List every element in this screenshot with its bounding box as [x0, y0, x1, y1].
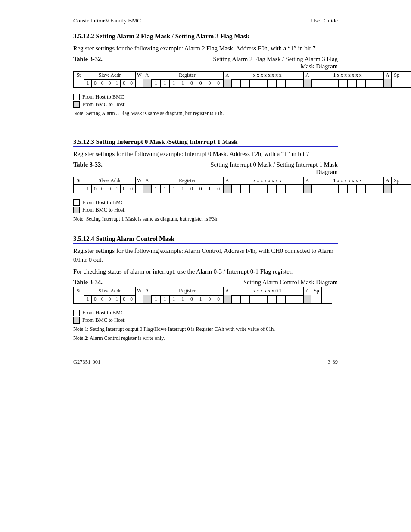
cell-sp: Sp — [392, 177, 402, 185]
bit — [258, 80, 268, 87]
bit: 1 — [160, 185, 169, 193]
bit: 1 — [84, 80, 92, 87]
bit-cell-shaded — [384, 185, 392, 193]
bit: 0 — [128, 185, 135, 193]
bit — [285, 185, 294, 193]
legend-3: From Host to BMC From BMC to Host — [73, 310, 338, 324]
bit-cell-shaded — [143, 79, 151, 88]
bit: 0 — [106, 185, 113, 193]
bit-cell — [74, 185, 84, 193]
bit — [285, 80, 294, 87]
header-right: User Guide — [311, 17, 338, 24]
cell-st: St — [74, 72, 84, 79]
bit: 0 — [121, 185, 128, 193]
bit — [294, 80, 303, 87]
cell-ack4: A — [384, 177, 392, 185]
bit: 1 — [169, 185, 178, 193]
bit-cell: 1 1 1 1 0 0 0 0 — [151, 79, 224, 88]
bit-cell — [231, 79, 304, 88]
bit — [356, 185, 365, 193]
bit: 0 — [128, 80, 135, 87]
bit — [258, 185, 268, 193]
diagram-1-row1: St Slave Addr W A Register A x x x x x x… — [74, 72, 411, 79]
bit-cell — [311, 79, 384, 88]
bit — [294, 185, 303, 193]
bit-cell: 1 0 0 0 1 0 0 — [84, 79, 136, 88]
section-2-note: Note: Setting Interrupt 1 Mask is same a… — [73, 216, 338, 222]
bit: 1 — [169, 80, 178, 87]
legend-bmc-label: From BMC to Host — [82, 101, 125, 108]
bit-cell — [392, 185, 402, 193]
section-3-title: 3.5.12.4 Setting Alarm Control Mask — [73, 235, 338, 244]
legend-host-swatch — [73, 199, 80, 206]
bit: 1 — [84, 185, 92, 193]
bit — [312, 185, 321, 193]
bit: 0 — [187, 185, 196, 193]
bit-cell — [402, 185, 411, 193]
section-3-note2: Note 2: Alarm Control register is write … — [73, 335, 338, 342]
bit: 1 — [152, 185, 161, 193]
bit — [232, 296, 241, 303]
diagram-1-row2: 1 0 0 0 1 0 0 1 1 1 1 0 0 0 0 — [74, 79, 411, 88]
bit-cell-shaded — [304, 185, 311, 193]
bit: 0 — [99, 80, 106, 87]
bit: 1 — [113, 185, 121, 193]
bit: 1 — [169, 296, 178, 303]
section-2-intro: Register settings for the following exam… — [73, 149, 338, 159]
legend-host-swatch — [73, 94, 80, 100]
table-1-title: Setting Alarm 2 Flag Mask / Setting Alar… — [206, 56, 338, 70]
bit-cell — [231, 295, 304, 304]
table-3-title: Setting Alarm Control Mask Diagram — [206, 279, 338, 286]
cell-register: Register — [151, 287, 224, 295]
bit: 0 — [99, 296, 106, 303]
bit-cell — [311, 295, 322, 304]
bit — [249, 185, 258, 193]
bit — [339, 185, 348, 193]
cell-rw: W — [136, 177, 143, 185]
legend-bmc-label: From BMC to Host — [82, 317, 125, 324]
diagram-1: St Slave Addr W A Register A x x x x x x… — [73, 71, 411, 88]
footer-left: G27351-001 — [73, 359, 100, 365]
bit: 0 — [187, 80, 196, 87]
bit — [348, 80, 357, 87]
section-3-note1: Note 1: Setting Interrupt output 0 Flag/… — [73, 326, 338, 333]
bit: 1 — [178, 296, 187, 303]
bit: 0 — [128, 296, 135, 303]
bit: 0 — [121, 80, 128, 87]
bit-cell — [136, 79, 143, 88]
bit-cell — [74, 295, 84, 304]
bit: 1 — [160, 80, 169, 87]
legend-host-swatch — [73, 310, 80, 316]
section-1-note: Note: Setting Alarm 3 Flag Mask is same … — [73, 110, 338, 117]
bit — [294, 296, 303, 303]
bit: 1 — [84, 296, 92, 303]
bit: 0 — [121, 296, 128, 303]
bit — [276, 80, 285, 87]
bit — [321, 80, 330, 87]
bit — [240, 80, 249, 87]
bit — [348, 185, 357, 193]
legend-2: From Host to BMC From BMC to Host — [73, 199, 338, 213]
page-header: Constellation® Family BMC User Guide — [73, 17, 338, 24]
bit — [232, 80, 241, 87]
bit: 1 — [152, 80, 161, 87]
cell-end — [402, 72, 411, 79]
bit: 1 — [160, 296, 169, 303]
cell-slave: Slave Addr — [84, 177, 136, 185]
section-3-intro1: Register settings for the following exam… — [73, 246, 338, 264]
bit: 1 — [196, 296, 205, 303]
bit: 0 — [214, 296, 223, 303]
bit-cell — [136, 185, 143, 193]
cell-ack2: A — [224, 177, 231, 185]
table-1-label: Table 3-32. — [73, 56, 103, 70]
bit — [268, 80, 277, 87]
bit-cell-shaded — [224, 295, 231, 304]
bit — [312, 80, 321, 87]
bit-cell-shaded — [224, 185, 231, 193]
bit: 0 — [187, 296, 196, 303]
cell-byte2: x x x x x x x x — [231, 72, 304, 79]
cell-st: St — [74, 287, 84, 295]
bit: 0 — [196, 80, 205, 87]
legend-host-label: From Host to BMC — [82, 310, 125, 316]
bit — [356, 80, 365, 87]
